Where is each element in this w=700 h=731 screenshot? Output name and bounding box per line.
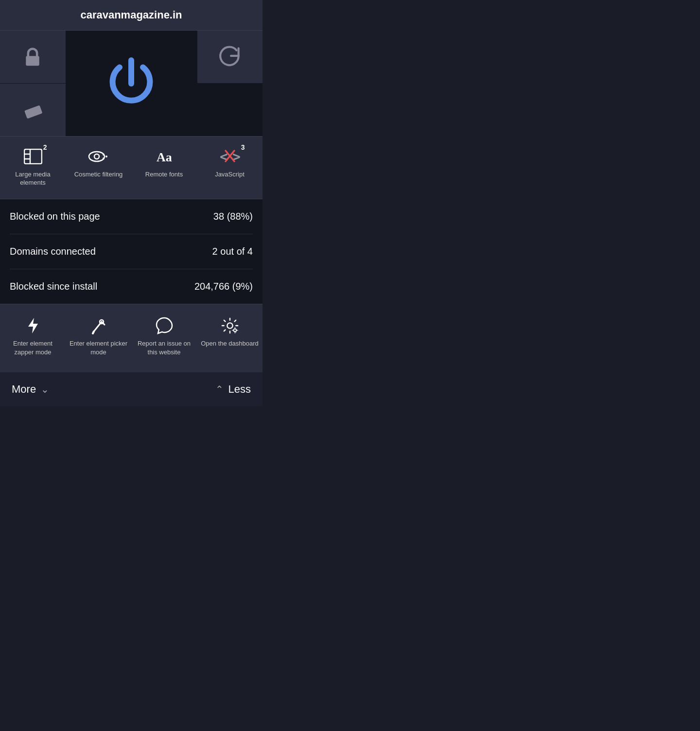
chevron-down-icon: ⌄ [41, 383, 49, 395]
header: caravanmagazine.in [0, 0, 262, 31]
refresh-icon [217, 44, 243, 70]
report-icon-svg [156, 317, 173, 334]
dashboard-icon [221, 317, 239, 334]
remote-fonts-icon: Aa [156, 148, 173, 165]
eraser-icon [22, 99, 43, 121]
stat-domains-label: Domains connected [10, 246, 96, 257]
stat-blocked-page: Blocked on this page 38 (88%) [10, 199, 253, 234]
refresh-button[interactable] [197, 31, 263, 83]
stat-blocked-install-label: Blocked since install [10, 281, 97, 292]
filter-large-media[interactable]: 2 Large media elements [0, 142, 66, 191]
stats-section: Blocked on this page 38 (88%) Domains co… [0, 199, 262, 304]
picker-icon-svg [91, 317, 106, 334]
chevron-up-icon: ⌃ [215, 383, 224, 395]
filter-row: 2 Large media elements Cosmetic filterin… [0, 136, 262, 199]
picker-label: Enter element picker mode [69, 339, 128, 357]
zapper-icon [24, 317, 42, 334]
cosmetic-icon [88, 149, 109, 164]
action-zapper[interactable]: Enter element zapper mode [0, 312, 66, 362]
svg-marker-16 [28, 318, 38, 333]
filter-javascript[interactable]: < > 3 JavaScript [197, 142, 262, 191]
filter-cosmetic[interactable]: Cosmetic filtering [66, 142, 131, 191]
stat-domains: Domains connected 2 out of 4 [10, 234, 253, 269]
action-report[interactable]: Report an issue on this website [131, 312, 197, 362]
svg-rect-2 [24, 149, 42, 164]
javascript-icon: < > [220, 148, 240, 165]
large-media-icon [24, 149, 42, 164]
dashboard-label: Open the dashboard [201, 339, 259, 348]
lock-icon [22, 46, 43, 68]
svg-rect-1 [24, 105, 42, 119]
zapper-icon-svg [25, 317, 41, 334]
svg-point-8 [103, 154, 105, 156]
stat-blocked-install: Blocked since install 204,766 (9%) [10, 269, 253, 304]
large-media-icon-wrap: 2 [24, 146, 42, 167]
lock-button[interactable] [0, 31, 66, 83]
report-icon [156, 317, 173, 334]
remote-fonts-label: Remote fonts [145, 171, 183, 179]
svg-point-6 [89, 152, 105, 161]
javascript-icon-wrap: < > 3 [220, 146, 240, 167]
picker-icon [90, 317, 107, 334]
power-button[interactable] [66, 31, 197, 136]
javascript-badge: 3 [241, 143, 245, 151]
svg-point-9 [105, 156, 107, 157]
zapper-label: Enter element zapper mode [3, 339, 63, 357]
large-media-badge: 2 [43, 143, 47, 151]
svg-point-7 [94, 154, 99, 159]
stat-blocked-install-value: 204,766 (9%) [194, 281, 253, 292]
javascript-label: JavaScript [215, 171, 245, 179]
cosmetic-icon-wrap [88, 146, 109, 167]
svg-point-21 [227, 323, 232, 328]
remote-fonts-icon-wrap: Aa [156, 146, 173, 167]
stat-domains-value: 2 out of 4 [212, 246, 253, 257]
footer: More ⌄ ⌃ Less [0, 371, 262, 406]
filter-remote-fonts[interactable]: Aa Remote fonts [131, 142, 197, 191]
large-media-label: Large media elements [2, 171, 64, 187]
more-button[interactable]: More ⌄ [12, 383, 49, 396]
svg-point-10 [103, 157, 105, 159]
less-button[interactable]: ⌃ Less [215, 383, 251, 396]
actions-row: Enter element zapper mode Enter element … [0, 304, 262, 371]
action-dashboard[interactable]: Open the dashboard [197, 312, 262, 362]
action-picker[interactable]: Enter element picker mode [66, 312, 131, 362]
top-controls [0, 31, 262, 136]
more-label: More [12, 383, 36, 396]
svg-line-19 [93, 331, 94, 333]
cosmetic-label: Cosmetic filtering [74, 171, 123, 179]
svg-text:Aa: Aa [157, 150, 172, 164]
site-title: caravanmagazine.in [80, 9, 182, 21]
less-label: Less [228, 383, 251, 396]
eraser-button[interactable] [0, 84, 66, 136]
stat-blocked-page-value: 38 (88%) [213, 211, 253, 222]
stat-blocked-page-label: Blocked on this page [10, 211, 100, 222]
report-label: Report an issue on this website [134, 339, 194, 357]
svg-rect-0 [26, 56, 40, 66]
dashboard-icon-svg [221, 317, 239, 334]
power-icon [102, 54, 160, 113]
